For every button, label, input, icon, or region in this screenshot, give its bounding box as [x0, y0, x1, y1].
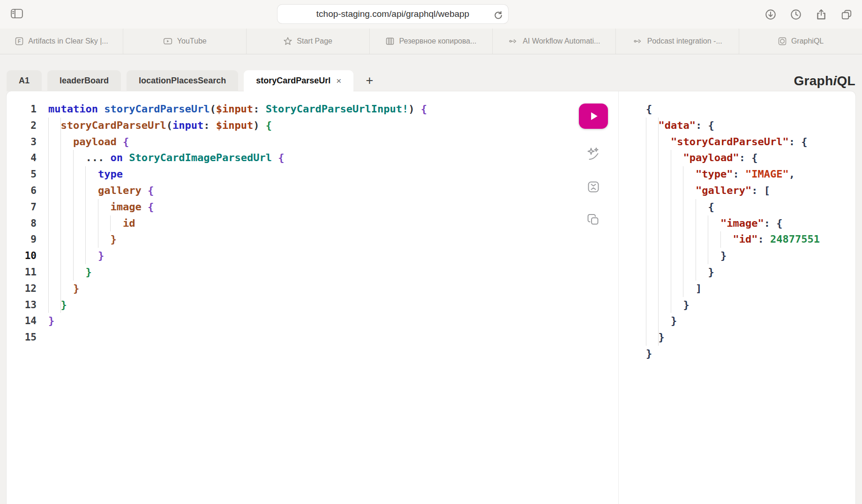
tab-location-places-search[interactable]: locationPlacesSearch — [127, 70, 238, 91]
code-line: } — [646, 329, 855, 346]
indent-guides — [646, 183, 696, 199]
line-number: 4 — [7, 150, 37, 166]
code-token: 24877551 — [770, 233, 820, 245]
code-token: { — [123, 136, 129, 148]
bookmark-graphiql[interactable]: GraphiQL — [739, 29, 862, 54]
code-token — [272, 152, 278, 163]
merge-fragments-button[interactable] — [586, 179, 601, 194]
code-token: ... — [85, 152, 104, 163]
code-line: type — [48, 166, 618, 183]
code-token: : — [789, 136, 795, 148]
code-token: [ — [764, 185, 770, 196]
code-token — [142, 185, 148, 196]
reload-button[interactable] — [492, 8, 503, 21]
code-token — [764, 233, 770, 245]
copy-query-button[interactable] — [586, 212, 601, 227]
code-token — [142, 201, 148, 213]
indent-guides — [48, 264, 85, 281]
bookmark-backup[interactable]: Резервное копирова... — [369, 29, 493, 54]
line-number: 14 — [7, 313, 37, 329]
indent-guides — [48, 134, 73, 150]
line-number: 3 — [7, 134, 37, 150]
bookmark-label: GraphiQL — [791, 37, 824, 45]
code-line: id — [48, 215, 618, 232]
graphiql-session: 123456789101112131415 mutation storyCard… — [7, 91, 855, 504]
code-line: } — [646, 346, 855, 362]
query-editor[interactable]: mutation storyCardParseUrl($input: Story… — [37, 101, 618, 504]
code-token: } — [85, 266, 91, 278]
tab-overview-button[interactable] — [840, 8, 853, 21]
bookmark-youtube[interactable]: YouTube — [123, 29, 246, 54]
history-button[interactable] — [790, 8, 802, 21]
code-line: "data": { — [646, 118, 855, 134]
reload-icon — [492, 8, 503, 20]
bookmark-artifacts[interactable]: F Artifacts in Clear Sky |... — [0, 29, 123, 54]
tab-leaderboard[interactable]: leaderBoard — [47, 70, 121, 91]
line-number: 2 — [7, 118, 37, 134]
indent-guides — [48, 281, 73, 297]
tab-label: leaderBoard — [60, 76, 109, 86]
prettify-button[interactable] — [586, 147, 601, 162]
indent-guides — [48, 297, 61, 313]
code-token: : — [739, 152, 745, 163]
code-token: : — [733, 168, 739, 180]
code-token: { — [801, 136, 807, 148]
close-tab-icon[interactable]: × — [336, 76, 341, 85]
execute-query-button[interactable] — [579, 104, 608, 129]
line-number-gutter: 123456789101112131415 — [7, 101, 37, 504]
share-button[interactable] — [815, 8, 827, 21]
code-token: { — [148, 185, 154, 196]
bookmark-label: Start Page — [297, 37, 332, 45]
code-token: } — [73, 282, 79, 294]
tabs-icon — [840, 8, 853, 21]
code-token: : — [751, 185, 757, 196]
line-number: 8 — [7, 215, 37, 232]
bookmark-label: Резервное копирова... — [399, 37, 476, 45]
copy-icon — [586, 212, 601, 227]
merge-icon — [586, 179, 601, 194]
code-token: } — [61, 299, 67, 311]
code-token: "id" — [733, 233, 757, 245]
code-token: } — [720, 250, 727, 261]
code-line: } — [646, 264, 855, 281]
code-line: } — [48, 248, 618, 264]
code-line: storyCardParseUrl(input: $input) { — [48, 118, 618, 134]
code-token: "gallery" — [696, 185, 751, 196]
line-number: 12 — [7, 281, 37, 297]
bookmark-podcast-integration[interactable]: Podcast integration -... — [615, 29, 739, 54]
browser-chrome: tchop-staging.com/api/graphql/webapp — [0, 0, 862, 29]
code-token: } — [646, 348, 652, 359]
code-token: "payload" — [683, 152, 739, 163]
line-number: 9 — [7, 231, 37, 248]
sidebar-toggle-button[interactable] — [10, 7, 23, 21]
response-viewer: { "data": { "storyCardParseUrl": { "payl… — [646, 101, 855, 362]
tab-a1[interactable]: A1 — [7, 70, 42, 91]
code-line: { — [646, 199, 855, 215]
url-bar[interactable]: tchop-staging.com/api/graphql/webapp — [277, 5, 508, 23]
code-token — [757, 185, 764, 196]
code-token — [795, 136, 801, 148]
code-line: } — [48, 297, 618, 313]
downloads-button[interactable] — [765, 8, 777, 21]
code-line: payload { — [48, 134, 618, 150]
add-tab-button[interactable]: + — [359, 70, 380, 91]
tab-story-card-parse-url[interactable]: storyCardParseUrl × — [244, 70, 353, 91]
code-token: ( — [166, 119, 172, 131]
code-line: } — [48, 231, 618, 248]
code-token: type — [98, 168, 123, 180]
code-token: "data" — [659, 119, 696, 131]
code-token: } — [683, 299, 689, 311]
line-number: 10 — [7, 248, 37, 264]
indent-guides — [48, 215, 123, 232]
code-token — [739, 168, 745, 180]
bookmark-ai-workflow[interactable]: AI Workflow Automati... — [492, 29, 615, 54]
bookmark-start-page[interactable]: Start Page — [246, 29, 369, 54]
history-clock-icon — [790, 8, 802, 21]
bookmarks-bar: F Artifacts in Clear Sky |... YouTube St… — [0, 29, 862, 54]
code-token — [770, 217, 776, 229]
code-token: id — [123, 217, 135, 229]
prettify-sparkle-icon — [586, 147, 601, 162]
code-token — [259, 119, 265, 131]
code-token: "IMAGE" — [745, 168, 789, 180]
code-token: { — [148, 201, 154, 213]
